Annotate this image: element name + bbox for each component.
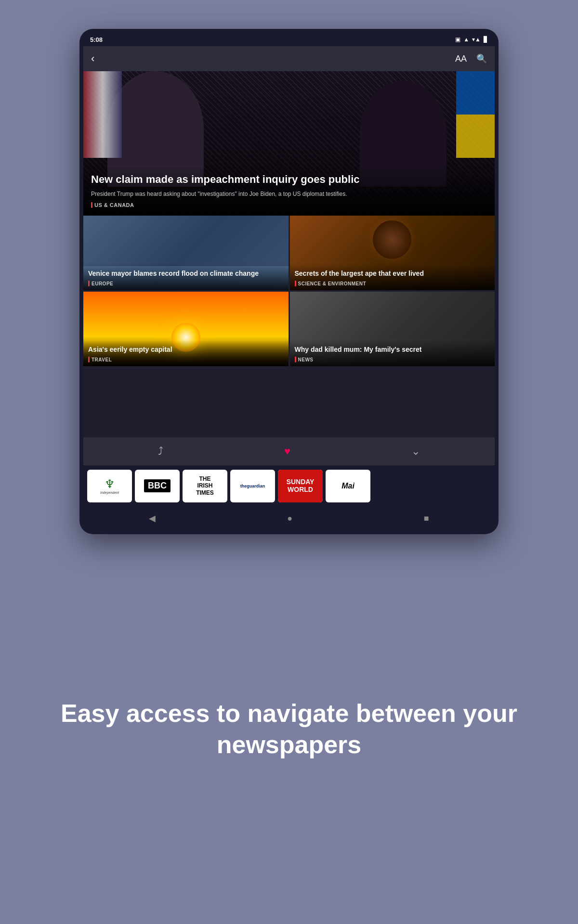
browser-actions: AA 🔍 <box>455 53 487 64</box>
content-area: New claim made as impeachment inquiry go… <box>83 71 495 437</box>
more-button[interactable]: ⌄ <box>411 445 420 458</box>
dad-tag-bar <box>295 357 296 362</box>
asia-card-tag: TRAVEL <box>88 357 284 362</box>
source-guardian[interactable]: theguardian <box>230 470 275 502</box>
status-bar: 5:08 ▣ ▲ ▾▲ ▊ <box>83 33 495 46</box>
source-bar: ♆ Independent BBC THEIRISHTIMES theguard… <box>83 465 495 506</box>
venice-card[interactable]: Venice mayor blames record flood on clim… <box>83 216 289 290</box>
sim-icon: ▣ <box>455 36 460 43</box>
asia-category: TRAVEL <box>92 357 112 362</box>
source-irish-times[interactable]: THEIRISHTIMES <box>183 470 227 502</box>
venice-tag-bar <box>88 281 90 286</box>
font-size-button[interactable]: AA <box>455 54 467 64</box>
asia-card[interactable]: Asia's eerily empty capital TRAVEL <box>83 292 289 366</box>
guardian-logo: theguardian <box>240 484 265 488</box>
source-mail[interactable]: Mai <box>326 470 370 502</box>
ape-card[interactable]: Secrets of the largest ape that ever liv… <box>290 216 495 290</box>
nav-back-button[interactable]: ◀ <box>149 513 156 524</box>
signal-icon: ▲ <box>463 36 469 43</box>
hero-overlay: New claim made as impeachment inquiry go… <box>83 165 495 216</box>
asia-tag-bar <box>88 357 90 362</box>
sunday-world-logo: SUNDAYWORLD <box>278 470 323 502</box>
category-text: US & CANADA <box>94 202 134 208</box>
back-button[interactable]: ‹ <box>91 52 94 65</box>
category-bar <box>91 202 92 208</box>
ape-category: SCIENCE & ENVIRONMENT <box>298 281 367 286</box>
independent-name: Independent <box>100 491 119 494</box>
like-button[interactable]: ♥ <box>284 445 290 458</box>
hero-subtitle: President Trump was heard asking about "… <box>91 190 487 198</box>
asia-card-overlay: Asia's eerily empty capital TRAVEL <box>83 340 289 366</box>
sunday-world-text: SUNDAYWORLD <box>287 478 315 493</box>
hero-category: US & CANADA <box>91 202 487 208</box>
promo-section: Easy access to navigate between your new… <box>0 534 578 924</box>
bbc-logo: BBC <box>144 479 171 492</box>
venice-card-overlay: Venice mayor blames record flood on clim… <box>83 264 289 290</box>
status-icons: ▣ ▲ ▾▲ ▊ <box>455 36 488 43</box>
dad-category: NEWS <box>298 357 314 362</box>
nav-recent-button[interactable]: ■ <box>424 513 429 524</box>
promo-text: Easy access to navigate between your new… <box>58 698 520 760</box>
mail-logo: Mai <box>342 482 355 490</box>
tablet-screen: 5:08 ▣ ▲ ▾▲ ▊ ‹ AA 🔍 <box>83 33 495 530</box>
dad-card-title: Why dad killed mum: My family's secret <box>295 345 490 354</box>
ape-card-title: Secrets of the largest ape that ever liv… <box>295 269 490 278</box>
venice-card-title: Venice mayor blames record flood on clim… <box>88 269 284 278</box>
venice-category: EUROPE <box>92 281 113 286</box>
flag-right <box>456 71 495 158</box>
battery-icon: ▊ <box>484 36 488 43</box>
browser-bar: ‹ AA 🔍 <box>83 46 495 71</box>
harp-icon: ♆ <box>105 477 115 491</box>
status-time: 5:08 <box>90 36 103 43</box>
ape-card-overlay: Secrets of the largest ape that ever liv… <box>290 264 495 290</box>
dad-card-overlay: Why dad killed mum: My family's secret N… <box>290 340 495 366</box>
share-button[interactable]: ⤴ <box>158 445 163 458</box>
source-bbc[interactable]: BBC <box>135 470 180 502</box>
nav-bar: ◀ ● ■ <box>83 506 495 530</box>
flag-left <box>83 71 122 158</box>
venice-card-tag: EUROPE <box>88 281 284 286</box>
wifi-icon: ▾▲ <box>472 36 481 43</box>
bottom-toolbar: ⤴ ♥ ⌄ <box>83 437 495 465</box>
ape-tag-bar <box>295 281 296 286</box>
dad-card-tag: NEWS <box>295 357 490 362</box>
ape-card-tag: SCIENCE & ENVIRONMENT <box>295 281 490 286</box>
independent-logo: ♆ Independent <box>100 477 119 494</box>
nav-home-button[interactable]: ● <box>287 513 292 524</box>
irish-times-logo: THEIRISHTIMES <box>196 475 214 496</box>
hero-article[interactable]: New claim made as impeachment inquiry go… <box>83 71 495 216</box>
dad-card[interactable]: Why dad killed mum: My family's secret N… <box>290 292 495 366</box>
asia-card-title: Asia's eerily empty capital <box>88 345 284 354</box>
search-button[interactable]: 🔍 <box>476 53 487 64</box>
source-sunday-world[interactable]: SUNDAYWORLD <box>278 470 323 502</box>
tablet-device: 5:08 ▣ ▲ ▾▲ ▊ ‹ AA 🔍 <box>79 29 499 534</box>
hero-title: New claim made as impeachment inquiry go… <box>91 173 487 187</box>
source-independent[interactable]: ♆ Independent <box>87 470 132 502</box>
news-grid: Venice mayor blames record flood on clim… <box>83 216 495 366</box>
